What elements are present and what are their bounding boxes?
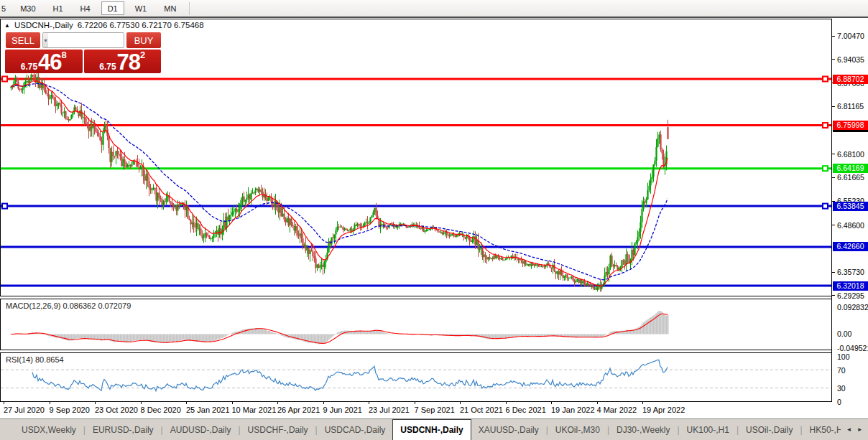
bid-price-big: 46 <box>38 52 61 72</box>
price-line-badge: 6.75998 <box>833 121 868 130</box>
bid-quote-box[interactable]: 6.75 46 8 <box>5 50 83 73</box>
date-label: 10 Mar 2021 <box>232 406 277 414</box>
date-axis-tick <box>460 402 461 404</box>
chart-tab-usdx-weekly[interactable]: USDX,Weekly <box>14 419 83 440</box>
timeframe-button-h4[interactable]: H4 <box>74 1 97 15</box>
toolbar-separator <box>189 2 190 15</box>
chart-tab-bar: USDX,Weekly|EURUSD-,Daily|AUDUSD-,Daily|… <box>0 418 868 440</box>
date-axis-tick <box>369 402 369 404</box>
price-tick-label: 6.35730 <box>837 268 864 276</box>
timeframe-button-mn[interactable]: MN <box>157 1 183 15</box>
collapse-triangle-icon[interactable]: ▲ <box>4 22 10 29</box>
ask-price-sup: 2 <box>140 52 145 59</box>
chart-tab-usdcnh-daily[interactable]: USDCNH-,Daily <box>392 419 471 440</box>
timeframe-button-w1[interactable]: W1 <box>129 1 154 15</box>
price-tick-label: 6.68100 <box>837 150 864 159</box>
chart-tab-xauusd-daily[interactable]: XAUUSD-,Daily <box>471 419 546 440</box>
timeframe-toolbar: 5M30H1H4D1W1MN <box>0 0 868 17</box>
one-click-trade-panel: SELL ▼ ▲ BUY 6.75 46 8 6.75 78 2 <box>6 32 161 73</box>
price-tick-label: 6.61665 <box>837 173 864 182</box>
date-label: 25 Jan 2021 <box>186 406 230 414</box>
volume-input[interactable] <box>48 33 124 47</box>
date-axis-tick <box>506 402 507 404</box>
bid-price-sup: 8 <box>62 52 67 59</box>
macd-axis-label: -0.049521 <box>837 344 868 352</box>
rsi-indicator-panel[interactable]: RSI(14) 80.8654 <box>0 352 831 402</box>
price-tick-label: 6.29295 <box>837 291 864 300</box>
date-axis-tick <box>186 402 187 404</box>
price-line-badge: 6.64169 <box>833 164 868 173</box>
price-tick-label: 6.94035 <box>837 55 864 64</box>
rsi-axis-label: 0 <box>837 398 841 406</box>
chart-tab-eurusd-daily[interactable]: EURUSD-,Daily <box>86 419 161 440</box>
price-axis-tick <box>832 225 835 225</box>
date-label: 26 Apr 2021 <box>277 406 320 414</box>
date-label: 8 Dec 2020 <box>141 406 181 414</box>
date-axis-tick <box>95 402 96 404</box>
ohlc-values: 6.72206 6.77530 6.72170 6.75468 <box>78 21 204 29</box>
chart-tab-uk100-h1[interactable]: UK100-,H1 <box>680 419 737 440</box>
date-axis-tick <box>323 402 324 404</box>
price-line-badge: 6.42660 <box>833 242 868 251</box>
price-axis[interactable]: 7.004706.940356.876006.811656.681006.616… <box>831 19 868 402</box>
symbol-timeframe-label: USDCNH-,Daily <box>14 21 73 29</box>
trading-platform-window: 5M30H1H4D1W1MN ▲ USDCNH-,Daily 6.72206 6… <box>0 0 868 440</box>
chart-tab-usdchf-daily[interactable]: USDCHF-,Daily <box>241 419 315 440</box>
date-axis-tick <box>551 402 552 404</box>
volume-spinner: ▼ ▲ <box>42 32 124 48</box>
date-axis-tick <box>232 402 233 404</box>
chart-tab-ukoil-m30[interactable]: UKOil-,M30 <box>548 419 607 440</box>
price-tick-label: 7.00470 <box>837 32 864 40</box>
date-axis-tick <box>597 402 598 404</box>
date-label: 9 Jun 2021 <box>323 406 362 414</box>
price-axis-tick <box>832 59 835 60</box>
volume-decrease-icon[interactable]: ▼ <box>43 33 48 47</box>
chart-title: ▲ USDCNH-,Daily 6.72206 6.77530 6.72170 … <box>4 21 204 29</box>
date-label: 23 Oct 2020 <box>95 406 138 414</box>
date-axis[interactable]: 27 Jul 20209 Sep 202023 Oct 20208 Dec 20… <box>0 402 831 418</box>
date-label: 19 Apr 2022 <box>642 406 685 414</box>
tab-scroll-right-icon[interactable]: ► <box>857 426 863 433</box>
bid-price-prefix: 6.75 <box>21 62 37 72</box>
timeframe-button-m30[interactable]: M30 <box>14 1 42 15</box>
macd-axis-label: 0.00 <box>837 329 851 338</box>
ask-price-prefix: 6.75 <box>99 62 116 72</box>
date-label: 23 Jul 2021 <box>369 406 410 414</box>
chart-tab-usoil-daily[interactable]: USOil-,Daily <box>739 419 800 440</box>
timeframe-button-5[interactable]: 5 <box>0 1 9 15</box>
price-axis-tick <box>832 106 835 107</box>
date-label: 7 Sep 2021 <box>415 406 455 414</box>
ask-price-big: 78 <box>117 52 140 72</box>
sell-button[interactable]: SELL <box>6 32 40 48</box>
price-axis-tick <box>832 36 835 37</box>
date-axis-tick <box>415 402 415 404</box>
timeframe-button-h1[interactable]: H1 <box>47 1 70 15</box>
price-line-badge: 6.53845 <box>833 202 868 211</box>
date-label: 4 Mar 2022 <box>597 406 637 414</box>
rsi-axis-label: 100 <box>837 352 850 361</box>
date-axis-tick <box>277 402 278 404</box>
chart-tab-dj30-weekly[interactable]: DJ30-,Weekly <box>609 419 677 440</box>
date-label: 9 Sep 2020 <box>50 406 90 414</box>
tab-scroll-controls: ◄ ► <box>841 419 868 439</box>
price-line-badge: 6.88702 <box>833 75 868 84</box>
tab-scroll-left-icon[interactable]: ◄ <box>846 426 851 433</box>
price-axis-tick <box>832 154 835 154</box>
window-top-border <box>0 17 868 18</box>
price-line-badge: 6.32018 <box>833 281 868 291</box>
timeframe-button-d1[interactable]: D1 <box>101 1 124 15</box>
macd-indicator-panel[interactable]: MACD(12,26,9) 0.086362 0.072079 <box>0 299 831 350</box>
rsi-axis-label: 70 <box>837 366 846 375</box>
date-axis-tick <box>50 402 50 404</box>
ask-quote-box[interactable]: 6.75 78 2 <box>84 50 162 73</box>
date-label: 21 Oct 2021 <box>460 406 503 414</box>
macd-label: MACD(12,26,9) 0.086362 0.072079 <box>6 301 131 310</box>
date-axis-tick <box>141 402 142 404</box>
date-axis-tick <box>642 402 643 404</box>
buy-button[interactable]: BUY <box>126 32 161 48</box>
chart-tab-audusd-daily[interactable]: AUDUSD-,Daily <box>163 419 239 440</box>
chart-tab-usdcad-daily[interactable]: USDCAD-,Daily <box>318 419 393 440</box>
rsi-chart-canvas <box>1 353 831 401</box>
rsi-axis-label: 30 <box>837 384 846 393</box>
price-axis-tick <box>832 177 835 178</box>
